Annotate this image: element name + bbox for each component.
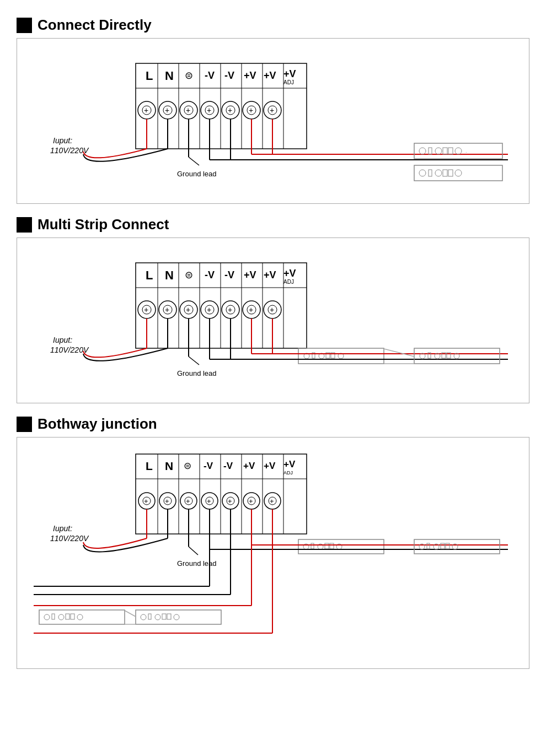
svg-point-217 [174, 614, 179, 620]
svg-rect-115 [298, 348, 384, 364]
section-heading-3: Bothway junction [38, 415, 157, 433]
svg-rect-49 [414, 143, 502, 159]
svg-rect-208 [66, 614, 69, 619]
svg-text:-V: -V [224, 70, 234, 81]
svg-rect-216 [167, 614, 171, 619]
svg-text:-V: -V [205, 70, 215, 81]
svg-rect-195 [427, 543, 430, 549]
svg-text:+: + [165, 497, 169, 505]
svg-text:⊜: ⊜ [184, 461, 191, 471]
svg-point-55 [455, 148, 462, 154]
section-multi-strip: Multi Strip Connect Iuput: 110V/220V L N… [17, 216, 529, 403]
section-connect-directly: Connect Directly Iuput: 110V/220V L N ⊜ … [17, 17, 529, 204]
ground-label-2: Ground lead [177, 369, 217, 377]
svg-text:·: · [465, 149, 467, 155]
svg-text:N: N [165, 460, 173, 472]
svg-text:+V: +V [283, 268, 296, 279]
svg-rect-213 [148, 614, 151, 619]
section-heading-1: Connect Directly [38, 17, 152, 34]
svg-text:+V: +V [283, 459, 296, 469]
svg-text:110V/220V: 110V/220V [50, 534, 89, 543]
svg-rect-188 [325, 543, 329, 549]
svg-text:-V: -V [204, 461, 213, 471]
black-square-icon-2 [17, 217, 32, 233]
svg-text:+: + [207, 305, 211, 314]
svg-text:N: N [165, 69, 174, 83]
svg-text:+V: +V [244, 269, 256, 280]
diagram-svg-2: Iuput: 110V/220V L N ⊜ -V -V +V +V +V AD… [28, 246, 536, 390]
svg-text:+V: +V [243, 461, 255, 471]
svg-text:+V: +V [264, 461, 276, 471]
svg-rect-206 [52, 614, 55, 619]
svg-line-222 [125, 611, 136, 617]
svg-text:⊜: ⊜ [185, 269, 193, 280]
svg-text:+: + [228, 106, 232, 115]
svg-text:+: + [186, 305, 190, 314]
svg-point-60 [435, 170, 442, 176]
black-square-icon-1 [17, 18, 32, 33]
diagram-box-1: Iuput: 110V/220V L N ⊜ -V -V +V +V +V AD… [17, 38, 529, 204]
svg-rect-198 [446, 543, 449, 549]
svg-rect-66 [136, 263, 307, 348]
svg-text:Iuput:: Iuput: [53, 524, 72, 533]
svg-text:+V: +V [264, 70, 276, 81]
svg-rect-197 [441, 543, 445, 549]
svg-text:ADJ: ADJ [283, 470, 293, 476]
diagram-svg-3: Iuput: 110V/220V L N ⊜ -V -V +V +V +V AD… [28, 446, 536, 655]
svg-rect-215 [162, 614, 166, 619]
svg-rect-209 [71, 614, 74, 619]
section-heading-2: Multi Strip Connect [38, 216, 169, 233]
svg-point-52 [435, 148, 442, 154]
svg-text:+: + [207, 497, 211, 505]
black-square-icon-3 [17, 417, 32, 432]
section-title-1: Connect Directly [17, 17, 529, 34]
svg-text:+V: +V [283, 68, 296, 79]
svg-point-214 [155, 614, 160, 620]
section-bothway-junction: Bothway junction Iuput: 110V/220V L N ⊜ … [17, 415, 529, 669]
svg-rect-57 [414, 165, 502, 181]
input-label-1: Iuput: [53, 136, 72, 145]
svg-point-212 [141, 614, 146, 620]
svg-text:+: + [249, 305, 253, 314]
svg-text:+: + [270, 106, 274, 115]
svg-text:⊜: ⊜ [185, 70, 193, 81]
svg-text:+: + [186, 106, 190, 115]
svg-text:+: + [228, 305, 232, 314]
svg-text:+: + [144, 497, 148, 505]
diagram-box-3: Iuput: 110V/220V L N ⊜ -V -V +V +V +V AD… [17, 437, 529, 669]
svg-text:+V: +V [244, 70, 256, 81]
svg-rect-135 [136, 454, 307, 534]
svg-line-177 [189, 547, 198, 555]
svg-text:-V: -V [224, 269, 234, 280]
svg-rect-124 [414, 348, 500, 364]
svg-rect-59 [429, 170, 432, 176]
svg-text:+: + [207, 106, 211, 115]
svg-rect-61 [443, 170, 447, 176]
svg-text:+: + [165, 305, 169, 314]
svg-text:ADJ: ADJ [283, 79, 294, 85]
svg-rect-54 [448, 148, 453, 154]
svg-text:-V: -V [223, 461, 233, 471]
svg-text:L: L [146, 460, 153, 472]
svg-text:+: + [186, 497, 190, 505]
svg-rect-51 [429, 148, 432, 154]
section-title-2: Multi Strip Connect [17, 216, 529, 233]
svg-text:+: + [228, 497, 232, 505]
svg-text:L: L [146, 69, 153, 83]
svg-text:+: + [270, 305, 274, 314]
diagram-svg-1: Iuput: 110V/220V L N ⊜ -V -V +V +V +V AD… [28, 47, 536, 190]
svg-text:+: + [249, 106, 253, 115]
svg-text:Iuput:: Iuput: [53, 336, 72, 344]
svg-text:+: + [270, 497, 274, 505]
ground-label-3: Ground lead [177, 559, 217, 568]
svg-rect-186 [311, 543, 314, 549]
svg-line-131 [384, 349, 414, 357]
svg-text:-V: -V [205, 269, 215, 280]
svg-text:+: + [249, 497, 253, 505]
ground-label-1: Ground lead [177, 170, 217, 178]
svg-line-42 [189, 157, 199, 165]
svg-point-50 [419, 148, 426, 154]
svg-point-205 [44, 614, 50, 620]
svg-text:ADJ: ADJ [283, 279, 294, 285]
svg-text:L: L [146, 268, 153, 282]
